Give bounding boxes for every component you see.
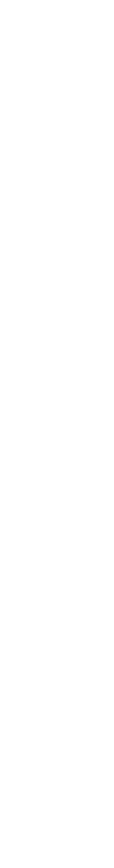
seismogram-viewer — [0, 0, 114, 868]
seismogram-canvas[interactable] — [0, 0, 114, 868]
